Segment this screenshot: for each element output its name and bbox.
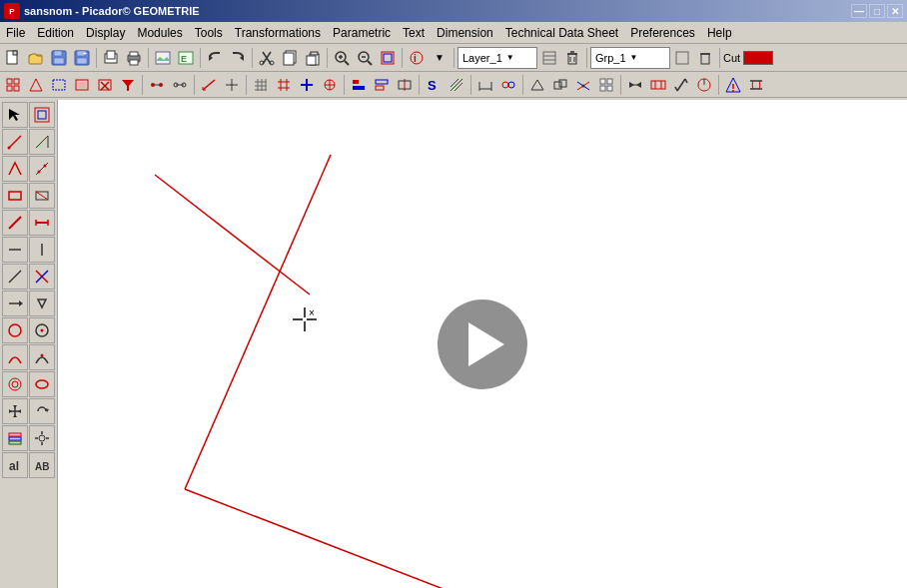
tool-select[interactable] (2, 102, 28, 128)
grid3-btn[interactable] (595, 74, 617, 96)
menu-text[interactable]: Text (397, 24, 431, 42)
text-btn[interactable]: S (423, 74, 445, 96)
deselect-btn[interactable] (94, 74, 116, 96)
persp-btn[interactable] (526, 74, 548, 96)
tool-rect2[interactable] (29, 183, 55, 209)
properties-btn[interactable]: i (406, 47, 428, 69)
tool-hline[interactable] (2, 237, 28, 263)
tool-arc2[interactable] (29, 344, 55, 370)
extra4-btn[interactable] (693, 74, 715, 96)
tool-text[interactable]: al (2, 452, 28, 478)
undo-button[interactable] (204, 47, 226, 69)
copy-btn[interactable] (279, 47, 301, 69)
snap-btn[interactable] (319, 74, 341, 96)
tool-draw1[interactable] (2, 129, 28, 155)
sym-btn[interactable] (497, 74, 519, 96)
menu-help[interactable]: Help (701, 24, 738, 42)
open-button[interactable] (25, 47, 47, 69)
extra3-btn[interactable] (670, 74, 692, 96)
play-button[interactable] (438, 299, 527, 389)
select-window-btn[interactable] (48, 74, 70, 96)
group-dropdown[interactable]: Grp_1 ▼ (590, 47, 670, 69)
menu-parametric[interactable]: Parametric (327, 24, 397, 42)
tool-rotate[interactable] (29, 398, 55, 424)
tool-settings[interactable] (29, 425, 55, 451)
group-props-btn[interactable] (671, 47, 693, 69)
tool-arc1[interactable] (2, 344, 28, 370)
tool-circle2[interactable] (29, 317, 55, 343)
menu-display[interactable]: Display (80, 24, 131, 42)
arrow-dropdown[interactable]: ▼ (429, 47, 451, 69)
measure-btn[interactable] (198, 74, 220, 96)
snap-endpoint-btn[interactable] (25, 74, 47, 96)
tool-circle1[interactable] (2, 317, 28, 343)
menu-modules[interactable]: Modules (131, 24, 188, 42)
ortho-btn[interactable] (296, 74, 318, 96)
layer-dropdown[interactable]: Layer_1 ▼ (457, 47, 537, 69)
color-swatch[interactable] (743, 51, 773, 65)
node-btn[interactable] (146, 74, 168, 96)
cross-btn[interactable] (221, 74, 243, 96)
tool-diag2[interactable] (29, 264, 55, 290)
hatch-btn[interactable] (446, 74, 467, 96)
menu-file[interactable]: File (0, 24, 31, 42)
zoom-out-btn[interactable] (354, 47, 376, 69)
menu-transformations[interactable]: Transformations (229, 24, 327, 42)
menu-preferences[interactable]: Preferences (624, 24, 701, 42)
print-button[interactable] (123, 47, 145, 69)
paste-btn[interactable] (302, 47, 324, 69)
grid-btn[interactable] (250, 74, 272, 96)
saveas-button[interactable]: + (71, 47, 93, 69)
grid2-btn[interactable] (273, 74, 295, 96)
extra1-btn[interactable] (624, 74, 646, 96)
extra5-btn[interactable] (722, 74, 744, 96)
filter-btn[interactable] (117, 74, 139, 96)
menu-dimension[interactable]: Dimension (431, 24, 499, 42)
export-button[interactable]: E (175, 47, 197, 69)
tool-arrow2[interactable] (29, 291, 55, 316)
tool-move[interactable] (2, 398, 28, 424)
tool-ellipse[interactable] (29, 371, 55, 397)
tool-diag1[interactable] (2, 264, 28, 290)
cut-btn[interactable] (256, 47, 278, 69)
persp2-btn[interactable] (549, 74, 571, 96)
angle-btn[interactable] (572, 74, 594, 96)
extra2-btn[interactable] (647, 74, 669, 96)
tool-abc[interactable]: ABC (29, 452, 55, 478)
zoom-in-btn[interactable] (331, 47, 353, 69)
snap-grid-btn[interactable] (2, 74, 24, 96)
node2-btn[interactable] (169, 74, 191, 96)
maximize-button[interactable]: □ (869, 4, 885, 18)
tool-layer[interactable] (2, 425, 28, 451)
delete-layer-btn[interactable] (561, 47, 583, 69)
print-preview-button[interactable] (100, 47, 122, 69)
menu-edition[interactable]: Edition (31, 24, 80, 42)
menu-technical-data-sheet[interactable]: Technical Data Sheet (499, 24, 624, 42)
layer-props-btn[interactable] (538, 47, 560, 69)
menu-tools[interactable]: Tools (189, 24, 229, 42)
minimize-button[interactable]: — (851, 4, 867, 18)
tool-draw3[interactable] (2, 156, 28, 182)
close-button[interactable]: ✕ (887, 4, 903, 18)
tool-draw2[interactable] (29, 129, 55, 155)
tool-rect1[interactable] (2, 183, 28, 209)
extra6-btn[interactable] (745, 74, 767, 96)
new-button[interactable] (2, 47, 24, 69)
tool-line[interactable] (2, 210, 28, 236)
image-button[interactable] (152, 47, 174, 69)
zoom-extent-btn[interactable] (377, 47, 399, 69)
delete-group-btn[interactable] (694, 47, 716, 69)
redo-button[interactable] (227, 47, 249, 69)
tool-arrow1[interactable] (2, 291, 28, 316)
tool-dblcirc[interactable] (2, 371, 28, 397)
tool-vline[interactable] (29, 237, 55, 263)
tool-zoom[interactable] (29, 102, 55, 128)
dim-btn[interactable] (474, 74, 496, 96)
tool-line2[interactable] (29, 210, 55, 236)
align3-btn[interactable] (394, 74, 416, 96)
align-btn[interactable] (348, 74, 370, 96)
align2-btn[interactable] (371, 74, 393, 96)
tool-draw4[interactable] (29, 156, 55, 182)
select-all-btn[interactable] (71, 74, 93, 96)
save-button[interactable] (48, 47, 70, 69)
